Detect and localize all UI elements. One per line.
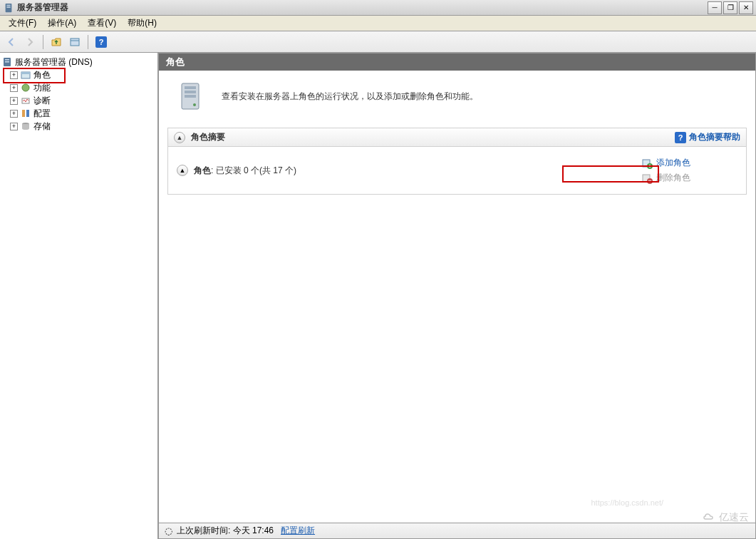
menu-view[interactable]: 查看(V) (82, 16, 122, 31)
tree-item-config[interactable]: + 配置 (1, 107, 156, 120)
nav-forward-button[interactable] (21, 34, 38, 51)
svg-point-19 (193, 103, 196, 106)
properties-button[interactable] (66, 34, 83, 51)
toolbar: ? (0, 31, 756, 53)
summary-actions: 添加角色 删除角色 (641, 155, 737, 185)
tree-root[interactable]: 服务器管理器 (DNS) (1, 56, 156, 68)
maximize-button[interactable]: ❐ (723, 1, 737, 14)
help-icon: ? (675, 132, 686, 143)
config-icon (20, 108, 31, 119)
svg-rect-1 (6, 4, 10, 6)
summary-header-right: ? 角色摘要帮助 (675, 131, 740, 143)
tree-item-features[interactable]: + 功能 (1, 81, 156, 94)
summary-title: 角色摘要 (191, 131, 225, 143)
tree-root-label: 服务器管理器 (DNS) (15, 56, 93, 68)
menu-help[interactable]: 帮助(H) (122, 16, 162, 31)
add-role-icon (641, 158, 653, 169)
menubar: 文件(F) 操作(A) 查看(V) 帮助(H) (0, 16, 756, 31)
toolbar-separator (43, 35, 43, 49)
toolbar-separator-2 (88, 35, 88, 49)
menu-action[interactable]: 操作(A) (42, 16, 82, 31)
remove-role-icon (641, 173, 653, 184)
content-header: 角色 (159, 53, 755, 71)
expand-icon[interactable]: + (10, 71, 18, 79)
tree-label-roles: 角色 (33, 69, 51, 81)
svg-point-10 (22, 84, 29, 91)
collapse-up-icon[interactable]: ▲ (177, 165, 188, 176)
add-role-link[interactable]: 添加角色 (641, 155, 737, 170)
expand-icon[interactable]: + (10, 123, 18, 130)
window-title: 服务器管理器 (17, 1, 708, 14)
content-panel: 角色 查看安装在服务器上角色的运行状况，以及添加或删除角色和功能。 ▲ 角色摘要… (158, 53, 756, 539)
role-summary-section: ▲ 角色摘要 ? 角色摘要帮助 ▲ 角色: 已安装 0 个(共 17 个) (167, 128, 747, 195)
remove-role-label: 删除角色 (656, 172, 690, 184)
nav-back-button[interactable] (3, 34, 20, 51)
server-manager-icon (1, 56, 13, 68)
collapse-up-icon[interactable]: ▲ (174, 132, 185, 143)
svg-rect-7 (5, 61, 9, 63)
statusbar: ◌ 上次刷新时间: 今天 17:46 配置刷新 (159, 523, 755, 538)
tree-label-storage: 存储 (33, 120, 51, 132)
app-icon (3, 2, 14, 14)
status-label: 角色 (194, 165, 211, 175)
menu-file[interactable]: 文件(F) (3, 16, 42, 31)
refresh-status-icon: ◌ (165, 525, 172, 536)
svg-rect-12 (22, 110, 25, 117)
description-section: 查看安装在服务器上角色的运行状况，以及添加或删除角色和功能。 (159, 71, 755, 122)
window-controls: ─ ❐ ✕ (708, 1, 753, 14)
close-button[interactable]: ✕ (739, 1, 753, 14)
roles-icon (20, 69, 31, 81)
remove-role-link: 删除角色 (641, 170, 737, 185)
configure-refresh-link[interactable]: 配置刷新 (281, 525, 315, 537)
storage-icon (20, 120, 31, 132)
svg-rect-9 (21, 72, 30, 74)
svg-rect-13 (26, 110, 29, 117)
svg-rect-6 (5, 59, 9, 61)
tree-item-diagnostics[interactable]: + 诊断 (1, 94, 156, 107)
tree-item-storage[interactable]: + 存储 (1, 120, 156, 133)
summary-left: ▲ 角色: 已安装 0 个(共 17 个) (177, 155, 641, 185)
svg-rect-16 (185, 86, 196, 89)
svg-rect-18 (185, 95, 196, 98)
minimize-button[interactable]: ─ (708, 1, 722, 14)
tree-panel: 服务器管理器 (DNS) + 角色 + 功能 + 诊断 (0, 53, 158, 539)
main-area: 服务器管理器 (DNS) + 角色 + 功能 + 诊断 (0, 53, 756, 539)
tree-label-diagnostics: 诊断 (33, 95, 51, 106)
summary-help-link[interactable]: 角色摘要帮助 (689, 131, 740, 143)
add-role-label: 添加角色 (656, 157, 690, 169)
diagnostics-icon (20, 95, 31, 106)
description-text: 查看安装在服务器上角色的运行状况，以及添加或删除角色和功能。 (222, 91, 478, 103)
svg-rect-17 (185, 91, 196, 93)
server-large-icon (173, 79, 207, 113)
svg-rect-3 (71, 38, 79, 46)
help-icon: ? (95, 36, 107, 48)
summary-header: ▲ 角色摘要 ? 角色摘要帮助 (168, 128, 746, 147)
summary-body: ▲ 角色: 已安装 0 个(共 17 个) 添加角色 (168, 147, 746, 194)
tree-item-roles[interactable]: + 角色 (1, 68, 156, 81)
status-text: : 已安装 0 个(共 17 个) (211, 165, 296, 175)
features-icon (20, 82, 31, 93)
tree-label-config: 配置 (33, 108, 51, 119)
svg-rect-2 (6, 6, 10, 8)
summary-status: 角色: 已安装 0 个(共 17 个) (194, 165, 296, 177)
expand-icon[interactable]: + (10, 110, 18, 118)
tree-label-features: 功能 (33, 82, 51, 93)
expand-icon[interactable]: + (10, 97, 18, 105)
last-refresh-label: 上次刷新时间: 今天 17:46 (177, 525, 274, 537)
titlebar: 服务器管理器 ─ ❐ ✕ (0, 0, 756, 16)
folder-up-button[interactable] (48, 34, 65, 51)
expand-icon[interactable]: + (10, 84, 18, 92)
help-button[interactable]: ? (93, 34, 110, 51)
